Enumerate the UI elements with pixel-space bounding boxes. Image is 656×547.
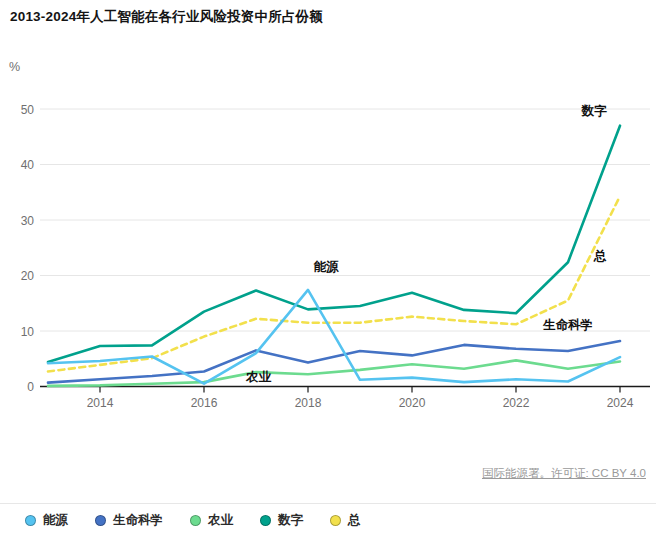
legend-label: 农业 (208, 512, 233, 529)
legend-label: 数字 (278, 512, 303, 529)
attribution-link[interactable]: 国际能源署。许可证: CC BY 4.0 (482, 466, 646, 481)
x-axis-tick-label: 2018 (295, 396, 322, 410)
legend-dot-icon (330, 515, 341, 526)
legend-item-能源[interactable]: 能源 (25, 512, 68, 529)
legend-divider (0, 503, 656, 504)
y-axis-tick-label: 40 (21, 158, 35, 172)
y-axis-tick-label: 30 (21, 214, 35, 228)
series-line-数字 (48, 126, 620, 362)
series-annotation-农业: 农业 (245, 370, 272, 384)
y-axis-tick-label: 10 (21, 325, 35, 339)
chart-page: 2013-2024年人工智能在各行业风险投资中所占份额 %01020304050… (0, 0, 656, 547)
series-annotation-能源: 能源 (314, 260, 340, 274)
legend-item-总[interactable]: 总 (330, 512, 361, 529)
legend-item-生命科学[interactable]: 生命科学 (95, 512, 163, 529)
x-axis-tick-label: 2022 (503, 396, 530, 410)
series-line-能源 (48, 290, 620, 384)
chart-canvas: %01020304050201420162018202020222024数字总能… (0, 55, 656, 423)
series-annotation-数字: 数字 (581, 104, 608, 118)
chart-title: 2013-2024年人工智能在各行业风险投资中所占份额 (10, 8, 323, 26)
legend-dot-icon (260, 515, 271, 526)
series-line-农业 (48, 360, 620, 386)
legend-dot-icon (190, 515, 201, 526)
legend-dot-icon (95, 515, 106, 526)
legend-label: 能源 (43, 512, 68, 529)
x-axis-tick-label: 2016 (191, 396, 218, 410)
y-axis-tick-label: 50 (21, 103, 35, 117)
legend-label: 总 (348, 512, 361, 529)
y-axis-unit-label: % (9, 60, 20, 74)
y-axis-tick-label: 0 (27, 380, 34, 394)
series-annotation-生命科学: 生命科学 (542, 318, 593, 332)
y-axis-tick-label: 20 (21, 269, 35, 283)
legend-item-农业[interactable]: 农业 (190, 512, 233, 529)
x-axis-tick-label: 2014 (87, 396, 114, 410)
chart-legend: 能源生命科学农业数字总 (25, 512, 361, 529)
legend-item-数字[interactable]: 数字 (260, 512, 303, 529)
legend-label: 生命科学 (113, 512, 163, 529)
legend-dot-icon (25, 515, 36, 526)
series-annotation-总: 总 (593, 249, 607, 263)
x-axis-tick-label: 2020 (399, 396, 426, 410)
x-axis-tick-label: 2024 (607, 396, 634, 410)
